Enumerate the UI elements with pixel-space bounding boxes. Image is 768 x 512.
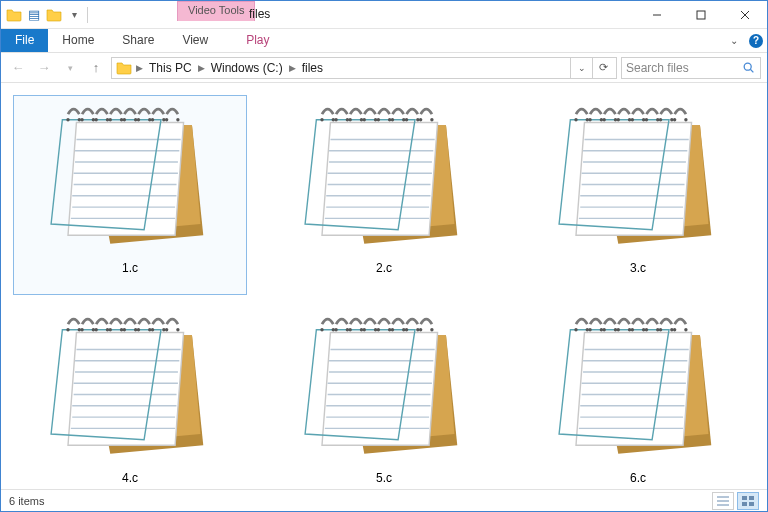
file-name: 2.c [376,261,392,275]
explorer-window: ▤ ▾ Video Tools files File Home Share Vi… [0,0,768,512]
title-bar: ▤ ▾ Video Tools files [1,1,767,29]
address-bar[interactable]: ▶ This PC ▶ Windows (C:) ▶ files ⌄ ⟳ [111,57,617,79]
file-tab[interactable]: File [1,29,48,52]
tab-view[interactable]: View [168,29,222,52]
new-folder-icon[interactable] [45,6,63,24]
breadcrumb-segment[interactable]: Windows (C:) [207,61,287,75]
file-item[interactable]: 4.c [13,305,247,489]
folder-icon [5,6,23,24]
chevron-right-icon[interactable]: ▶ [196,63,207,73]
close-button[interactable] [723,1,767,28]
svg-rect-36 [749,502,754,506]
search-icon [740,61,758,75]
quick-access-toolbar: ▤ ▾ [1,6,94,24]
svg-rect-27 [697,11,705,19]
breadcrumb-segment[interactable]: This PC [145,61,196,75]
notepad-file-icon [299,310,469,465]
divider [87,7,88,23]
file-name: 4.c [122,471,138,485]
location-folder-icon [116,60,132,76]
forward-button[interactable]: → [33,57,55,79]
svg-rect-35 [742,502,747,506]
maximize-button[interactable] [679,1,723,28]
search-placeholder: Search files [626,61,689,75]
file-item[interactable]: 5.c [267,305,501,489]
notepad-file-icon [45,310,215,465]
file-name: 5.c [376,471,392,485]
address-dropdown-button[interactable]: ⌄ [570,58,592,78]
file-name: 1.c [122,261,138,275]
context-tab-header: Video Tools [177,1,255,21]
notepad-file-icon [553,100,723,255]
help-button[interactable]: ? [745,29,767,52]
file-item[interactable]: 6.c [521,305,755,489]
large-icons-view-button[interactable] [737,492,759,510]
ribbon-expand-icon[interactable]: ⌄ [723,29,745,52]
tab-share[interactable]: Share [108,29,168,52]
details-view-button[interactable] [712,492,734,510]
tab-play[interactable]: Play [232,29,283,52]
breadcrumb-segment[interactable]: files [298,61,327,75]
chevron-right-icon[interactable]: ▶ [134,63,145,73]
notepad-file-icon [45,100,215,255]
item-count: 6 items [9,495,44,507]
search-box[interactable]: Search files [621,57,761,79]
notepad-file-icon [299,100,469,255]
ribbon-tabs: File Home Share View Play ⌄ ? [1,29,767,53]
notepad-file-icon [553,310,723,465]
file-name: 3.c [630,261,646,275]
file-list[interactable]: 1.c2.c3.c4.c5.c6.c [1,83,767,489]
up-button[interactable]: ↑ [85,57,107,79]
qat-customize-icon[interactable]: ▾ [65,6,83,24]
properties-icon[interactable]: ▤ [25,6,43,24]
status-bar: 6 items [1,489,767,511]
file-name: 6.c [630,471,646,485]
recent-locations-button[interactable]: ▾ [59,57,81,79]
back-button[interactable]: ← [7,57,29,79]
svg-rect-33 [742,496,747,500]
chevron-right-icon[interactable]: ▶ [287,63,298,73]
window-controls [635,1,767,28]
file-item[interactable]: 2.c [267,95,501,295]
file-item[interactable]: 1.c [13,95,247,295]
address-bar-row: ← → ▾ ↑ ▶ This PC ▶ Windows (C:) ▶ files… [1,53,767,83]
help-icon: ? [749,34,763,48]
minimize-button[interactable] [635,1,679,28]
window-title: files [249,7,270,21]
tab-home[interactable]: Home [48,29,108,52]
file-item[interactable]: 3.c [521,95,755,295]
svg-rect-34 [749,496,754,500]
refresh-button[interactable]: ⟳ [592,58,614,78]
